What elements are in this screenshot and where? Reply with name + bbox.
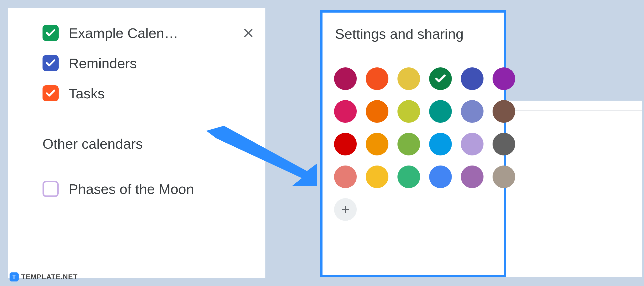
calendar-label: Reminders: [69, 55, 255, 71]
calendar-label: Phases of the Moon: [69, 181, 255, 197]
plus-icon: [236, 137, 249, 150]
calendar-row-phases-moon[interactable]: Phases of the Moon: [8, 174, 265, 204]
color-swatch[interactable]: [461, 67, 484, 90]
color-swatch[interactable]: [334, 100, 357, 123]
checkbox-reminders[interactable]: [43, 55, 59, 71]
settings-sharing-popup: Settings and sharing: [320, 10, 506, 277]
color-swatch[interactable]: [366, 133, 388, 155]
color-swatch[interactable]: [429, 166, 452, 188]
color-swatch[interactable]: [366, 100, 388, 123]
background-strip-bottom: [506, 111, 642, 277]
checkmark-icon: [45, 27, 56, 38]
color-swatch[interactable]: [397, 100, 420, 123]
color-swatch[interactable]: [366, 67, 388, 90]
color-swatch[interactable]: [493, 166, 515, 188]
color-swatch[interactable]: [461, 100, 484, 123]
other-calendars-label: Other calendars: [43, 136, 225, 152]
color-swatch[interactable]: [493, 133, 515, 155]
checkmark-icon: [434, 72, 447, 85]
calendar-label: Tasks: [69, 85, 255, 102]
calendar-sidebar: Example Calen… Reminders Tasks Other cal…: [7, 7, 266, 279]
watermark: T TEMPLATE.NET: [10, 272, 78, 281]
calendar-row-tasks[interactable]: Tasks: [8, 78, 265, 108]
color-swatch[interactable]: [366, 166, 388, 188]
watermark-text: TEMPLATE.NET: [21, 273, 78, 281]
other-calendars-header[interactable]: Other calendars: [8, 129, 265, 159]
checkbox-phases-moon[interactable]: [43, 181, 59, 197]
plus-icon: [340, 205, 350, 215]
background-strip-top: [506, 101, 642, 111]
color-swatch[interactable]: [429, 133, 452, 155]
color-swatch-grid: [323, 55, 504, 233]
color-swatch[interactable]: [429, 100, 452, 123]
color-swatch[interactable]: [429, 67, 452, 90]
color-swatch[interactable]: [461, 166, 484, 188]
calendar-label: Example Calen…: [69, 25, 231, 41]
color-swatch[interactable]: [461, 133, 484, 155]
popup-title[interactable]: Settings and sharing: [323, 13, 504, 55]
color-swatch[interactable]: [397, 166, 420, 188]
watermark-badge-icon: T: [10, 272, 19, 281]
color-swatch[interactable]: [334, 133, 357, 155]
checkbox-example-calendar[interactable]: [43, 25, 59, 41]
checkmark-icon: [45, 58, 56, 69]
close-icon[interactable]: [241, 26, 255, 40]
color-swatch[interactable]: [334, 67, 357, 90]
calendar-row-example[interactable]: Example Calen…: [8, 18, 265, 48]
add-custom-color-button[interactable]: [334, 198, 357, 221]
color-swatch[interactable]: [334, 166, 357, 188]
calendar-row-reminders[interactable]: Reminders: [8, 48, 265, 78]
color-swatch[interactable]: [493, 67, 515, 90]
color-swatch[interactable]: [397, 67, 420, 90]
checkmark-icon: [45, 88, 56, 99]
color-swatch[interactable]: [493, 100, 515, 123]
checkbox-tasks[interactable]: [43, 85, 59, 101]
color-swatch[interactable]: [397, 133, 420, 155]
add-calendar-button[interactable]: [235, 136, 250, 151]
